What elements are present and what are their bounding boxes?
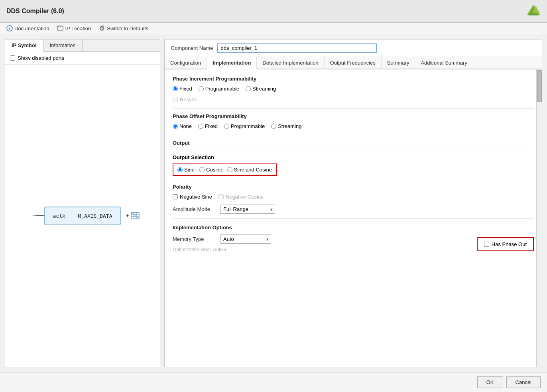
impl-options-row: Implementation Options Memory Type Auto … — [173, 225, 534, 252]
impl-options-left: Implementation Options Memory Type Auto … — [173, 225, 469, 252]
pin-minus: − — [33, 213, 36, 219]
left-panel-options: Show disabled ports — [5, 52, 160, 65]
phase-inc-streaming[interactable]: Streaming — [246, 86, 276, 92]
svg-rect-14 — [137, 217, 139, 219]
phase-inc-programmable[interactable]: Programmable — [199, 86, 239, 92]
phase-inc-programmable-radio[interactable] — [199, 86, 204, 91]
resync-checkbox[interactable] — [173, 97, 178, 102]
tab-output-frequencies[interactable]: Output Frequencies — [325, 57, 382, 69]
phase-off-streaming-label: Streaming — [278, 123, 301, 129]
has-phase-out-label: Has Phase Out — [492, 241, 527, 247]
output-sine[interactable]: Sine — [177, 167, 195, 173]
output-selection-label: Output Selection — [173, 154, 534, 160]
phase-off-streaming[interactable]: Streaming — [271, 123, 301, 129]
show-disabled-ports-label: Show disabled ports — [18, 55, 64, 61]
divider-1 — [173, 108, 534, 108]
phase-offset-radio-group: None Fixed Programmable Streaming — [173, 123, 534, 129]
memory-type-row: Memory Type Auto Block ROM Distributed R… — [173, 234, 469, 244]
tab-additional-summary[interactable]: Additional Summary — [415, 57, 473, 69]
memory-type-label: Memory Type — [173, 236, 216, 242]
output-cosine-radio[interactable] — [199, 167, 205, 172]
phase-inc-fixed-label: Fixed — [179, 86, 192, 92]
phase-off-programmable-radio[interactable] — [224, 124, 229, 129]
documentation-button[interactable]: i Documentation — [6, 25, 49, 32]
phase-inc-fixed[interactable]: Fixed — [173, 86, 192, 92]
right-panel: Component Name Configuration Implementat… — [164, 39, 542, 367]
tab-summary[interactable]: Summary — [382, 57, 415, 69]
pin-right: + — [126, 212, 139, 219]
ip-location-button[interactable]: IP Location — [57, 25, 91, 32]
phase-inc-streaming-radio[interactable] — [246, 86, 251, 91]
negative-cosine-label: Negative Cosine — [226, 194, 264, 200]
ok-button[interactable]: OK — [477, 376, 503, 388]
output-sine-cosine-radio[interactable] — [227, 167, 232, 172]
output-sine-cosine[interactable]: Sine and Cosine — [227, 167, 272, 173]
resync-checkbox-row[interactable]: Resync — [173, 97, 534, 102]
phase-offset-label: Phase Offset Programmability — [173, 113, 534, 119]
amplitude-mode-select[interactable]: Full Range Unit Circle Scaled Full Range — [220, 205, 275, 214]
scroll-thumb[interactable] — [537, 70, 542, 102]
phase-off-programmable-label: Programmable — [231, 123, 265, 129]
memory-type-select-wrapper: Auto Block ROM Distributed ROM — [220, 234, 271, 244]
cancel-button[interactable]: Cancel — [506, 376, 541, 388]
polarity-section: Polarity Negative Sine Negative Cosine — [173, 184, 534, 200]
implementation-options-label: Implementation Options — [173, 225, 469, 230]
pin-plus: + — [126, 213, 129, 219]
phase-off-none[interactable]: None — [173, 123, 192, 129]
logo-icon — [526, 4, 541, 18]
has-phase-out-container: Has Phase Out — [477, 225, 534, 251]
resync-label: Resync — [180, 97, 197, 102]
phase-increment-label: Phase Increment Programmability — [173, 76, 534, 82]
negative-sine-checkbox[interactable] — [173, 194, 178, 199]
tab-detailed-implementation[interactable]: Detailed Implementation — [257, 57, 324, 69]
location-icon — [57, 25, 63, 32]
output-hr — [173, 150, 534, 150]
phase-inc-fixed-radio[interactable] — [173, 86, 178, 91]
has-phase-out-box: Has Phase Out — [477, 237, 534, 251]
negative-cosine-row[interactable]: Negative Cosine — [218, 194, 264, 200]
phase-off-fixed[interactable]: Fixed — [198, 123, 218, 129]
left-panel-tabs: IP Symbol Information — [5, 39, 160, 52]
output-cosine[interactable]: Cosine — [199, 167, 222, 173]
component-name-label: Component Name — [171, 45, 213, 51]
grid-icon[interactable] — [131, 212, 140, 219]
phase-off-none-radio[interactable] — [173, 124, 178, 129]
tab-implementation[interactable]: Implementation — [207, 57, 257, 69]
svg-rect-13 — [134, 215, 137, 217]
negative-cosine-checkbox[interactable] — [218, 194, 224, 199]
polarity-label: Polarity — [173, 184, 534, 190]
output-sine-radio[interactable] — [177, 167, 183, 172]
tab-content-implementation: Phase Increment Programmability Fixed Pr… — [165, 69, 542, 367]
polarity-group: Negative Sine Negative Cosine — [173, 194, 534, 200]
memory-type-select[interactable]: Auto Block ROM Distributed ROM — [220, 234, 271, 244]
phase-off-fixed-radio[interactable] — [198, 124, 203, 129]
ip-symbol-separator — [71, 213, 73, 219]
ip-symbol-block: aclk M_AXIS_DATA — [44, 207, 121, 225]
tab-ip-symbol[interactable]: IP Symbol — [5, 39, 43, 52]
bottom-bar: OK Cancel — [0, 372, 547, 392]
has-phase-out-checkbox[interactable] — [484, 242, 489, 247]
window-title: DDS Compiler (6.0) — [6, 8, 64, 15]
documentation-label: Documentation — [14, 26, 49, 32]
switch-defaults-button[interactable]: Switch to Defaults — [99, 25, 148, 32]
output-selection-container: Output Selection Sine Cosine Sine and — [173, 154, 534, 179]
show-disabled-ports-row[interactable]: Show disabled ports — [10, 55, 155, 61]
ip-location-label: IP Location — [65, 26, 91, 32]
more-options-hint: Optimization Goal Auto ▾ — [173, 247, 469, 252]
output-sine-label: Sine — [184, 167, 195, 173]
scrollbar[interactable] — [536, 69, 542, 367]
phase-off-streaming-radio[interactable] — [271, 124, 276, 129]
tab-information[interactable]: Information — [43, 39, 83, 51]
divider-2 — [173, 135, 534, 135]
phase-off-fixed-label: Fixed — [205, 123, 218, 129]
show-disabled-ports-checkbox[interactable] — [10, 55, 15, 61]
component-name-input[interactable] — [217, 43, 377, 53]
output-label: Output — [173, 140, 534, 146]
negative-sine-row[interactable]: Negative Sine — [173, 194, 212, 200]
phase-off-programmable[interactable]: Programmable — [224, 123, 265, 129]
implementation-options-section: Implementation Options Memory Type Auto … — [173, 225, 534, 252]
phase-offset-section: Phase Offset Programmability None Fixed … — [173, 113, 534, 129]
resync-row: Resync — [173, 97, 534, 102]
refresh-icon — [99, 25, 105, 32]
tab-configuration[interactable]: Configuration — [165, 57, 207, 69]
